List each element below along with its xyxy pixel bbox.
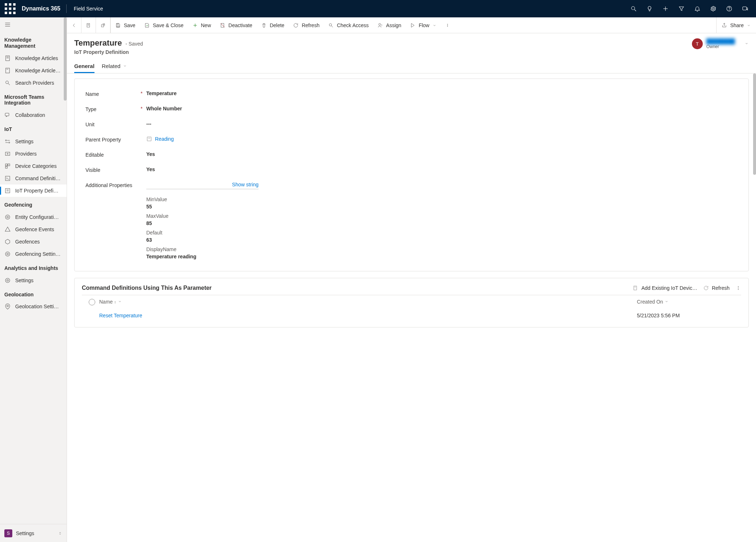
- svg-point-63: [447, 25, 448, 26]
- select-all-checkbox[interactable]: [89, 299, 95, 305]
- tab-related[interactable]: Related: [102, 60, 127, 73]
- share-label: Share: [730, 22, 744, 28]
- add-icon[interactable]: [658, 0, 673, 17]
- search-icon[interactable]: [626, 0, 642, 17]
- prop-value-minvalue[interactable]: 55: [146, 204, 738, 209]
- share-button[interactable]: Share: [716, 17, 756, 33]
- subgrid-refresh-button[interactable]: Refresh: [703, 285, 730, 291]
- deactivate-button[interactable]: Deactivate: [215, 17, 257, 33]
- nav-iot-providers[interactable]: Providers: [0, 148, 67, 160]
- prop-value-maxvalue[interactable]: 85: [146, 220, 738, 226]
- grid-row[interactable]: Reset Temperature 5/21/2023 5:56 PM: [82, 309, 741, 322]
- field-label-unit: Unit: [85, 121, 140, 127]
- svg-rect-4: [9, 8, 12, 10]
- nav-geofencing-settings[interactable]: Geofencing Settin…: [0, 248, 67, 260]
- sidebar-scrollbar[interactable]: [64, 17, 67, 101]
- area-switcher[interactable]: S Settings: [0, 524, 67, 542]
- owner-label: Owner: [706, 44, 735, 49]
- nav-device-categories[interactable]: Device Categories: [0, 160, 67, 172]
- editable-field[interactable]: Yes: [146, 151, 738, 157]
- visible-field[interactable]: Yes: [146, 166, 738, 172]
- nav-iot-settings[interactable]: Settings: [0, 135, 67, 148]
- subgrid-card: Command Definitions Using This As Parame…: [74, 278, 749, 327]
- nav-analytics-settings[interactable]: Settings: [0, 274, 67, 287]
- nav-collaboration[interactable]: Collaboration: [0, 109, 67, 121]
- filter-icon[interactable]: [673, 0, 689, 17]
- open-record-set-button[interactable]: [81, 17, 96, 33]
- column-header-name[interactable]: Name ↑: [99, 299, 637, 305]
- app-title[interactable]: Dynamics 365: [17, 5, 65, 12]
- column-header-created[interactable]: Created On: [637, 299, 738, 305]
- general-section-card: Name * Temperature Type * Whole Number U…: [74, 79, 749, 271]
- nav-collapse-button[interactable]: [0, 17, 67, 32]
- tab-label: Related: [102, 63, 121, 69]
- nav-group-knowledge: Knowledge Management: [0, 32, 67, 52]
- nav-search-providers[interactable]: Search Providers: [0, 77, 67, 89]
- new-button[interactable]: New: [188, 17, 215, 33]
- owner-name[interactable]: ████████: [706, 38, 735, 44]
- add-existing-button[interactable]: Add Existing IoT Devic…: [633, 285, 697, 291]
- nav-command-definitions[interactable]: Command Definiti…: [0, 172, 67, 185]
- delete-button[interactable]: Delete: [257, 17, 289, 33]
- field-label-type: Type: [85, 106, 140, 112]
- assign-button[interactable]: Assign: [373, 17, 406, 33]
- open-in-new-window-button[interactable]: [96, 17, 110, 33]
- flow-label: Flow: [419, 22, 429, 28]
- nav-iot-property-definitions[interactable]: IoT Property Defi…: [0, 185, 67, 197]
- col-name-label: Name: [99, 299, 113, 305]
- back-button[interactable]: [67, 17, 81, 33]
- prop-value-displayname[interactable]: Temperature reading: [146, 254, 738, 259]
- nav-geofence-events[interactable]: Geofence Events: [0, 223, 67, 236]
- refresh-button[interactable]: Refresh: [289, 17, 324, 33]
- field-label-editable: Editable: [85, 151, 140, 158]
- unit-field[interactable]: ---: [146, 121, 738, 127]
- flow-button[interactable]: Flow: [406, 17, 441, 33]
- subgrid-more-button[interactable]: [735, 285, 741, 291]
- more-commands-button[interactable]: [441, 17, 454, 33]
- nav-item-label: Entity Configurati…: [15, 214, 59, 220]
- header-expand-button[interactable]: [744, 41, 749, 47]
- chevron-down-icon: [664, 299, 669, 304]
- check-access-button[interactable]: Check Access: [324, 17, 373, 33]
- svg-point-30: [9, 142, 10, 143]
- save-and-close-button[interactable]: Save & Close: [140, 17, 188, 33]
- nav-entity-config[interactable]: Entity Configurati…: [0, 211, 67, 223]
- lightbulb-icon[interactable]: [642, 0, 658, 17]
- nav-item-label: Command Definiti…: [15, 175, 60, 181]
- svg-rect-32: [5, 152, 10, 155]
- check-access-label: Check Access: [337, 22, 369, 28]
- prop-label-maxvalue: MaxValue: [146, 213, 738, 219]
- nav-item-label: Knowledge Article…: [15, 68, 60, 73]
- notifications-icon[interactable]: [689, 0, 705, 17]
- svg-point-59: [329, 24, 332, 26]
- nav-knowledge-articles[interactable]: Knowledge Articles: [0, 52, 67, 64]
- parent-property-lookup[interactable]: Reading: [146, 136, 738, 142]
- settings-gear-icon[interactable]: [705, 0, 721, 17]
- up-down-caret-icon: [58, 531, 62, 535]
- svg-rect-65: [147, 137, 151, 141]
- nav-knowledge-article-templates[interactable]: Knowledge Article…: [0, 64, 67, 77]
- prop-value-default[interactable]: 63: [146, 237, 738, 243]
- grid-row-name-link[interactable]: Reset Temperature: [99, 313, 142, 318]
- nav-item-label: Geofences: [15, 239, 40, 245]
- tab-general[interactable]: General: [74, 60, 94, 73]
- app-launcher-button[interactable]: [3, 0, 17, 17]
- svg-rect-8: [13, 12, 16, 14]
- owner-avatar[interactable]: T: [692, 38, 703, 49]
- svg-rect-20: [6, 56, 10, 61]
- svg-rect-2: [13, 3, 16, 6]
- type-field[interactable]: Whole Number: [146, 106, 738, 111]
- svg-point-13: [713, 8, 714, 10]
- save-button[interactable]: Save: [111, 17, 140, 33]
- name-field[interactable]: Temperature: [146, 90, 738, 96]
- show-string-button[interactable]: Show string: [232, 182, 259, 187]
- chevron-down-icon: [118, 299, 122, 304]
- app-area-name[interactable]: Field Service: [68, 6, 109, 12]
- nav-geolocation-settings[interactable]: Geolocation Setti…: [0, 300, 67, 313]
- assistant-icon[interactable]: [737, 0, 753, 17]
- nav-geofences[interactable]: Geofences: [0, 236, 67, 248]
- content-scrollbar[interactable]: [753, 73, 756, 175]
- help-icon[interactable]: [721, 0, 737, 17]
- left-nav: Knowledge Management Knowledge Articles …: [0, 17, 67, 542]
- record-header: Temperature - Saved IoT Property Definit…: [67, 33, 756, 56]
